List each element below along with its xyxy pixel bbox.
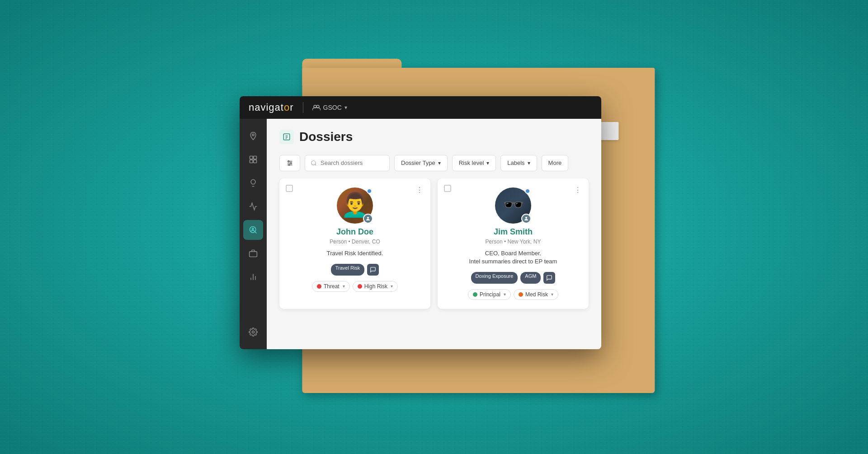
search-input[interactable] (321, 159, 384, 166)
card-tags-jim-smith: Doxing Exposure AGM (471, 272, 556, 284)
svg-point-25 (311, 160, 316, 164)
card-badges-jim-smith: Principal ▾ Med Risk ▾ (468, 289, 558, 300)
avatar-jim-smith (495, 187, 531, 224)
tag-travel-risk: Travel Risk (331, 264, 365, 276)
people-icon (312, 104, 321, 111)
location-icon (249, 131, 258, 140)
workspace-chevron-icon: ▾ (344, 104, 347, 111)
svg-rect-3 (250, 156, 253, 159)
risk-label: High Risk (364, 283, 387, 290)
chart-icon (249, 202, 258, 211)
svg-point-22 (288, 160, 289, 162)
main-layout: Dossiers (240, 119, 601, 349)
more-filter-button[interactable]: More (542, 155, 569, 171)
page-title: Dossiers (299, 130, 353, 144)
svg-line-8 (255, 231, 257, 233)
card-meta-jim-smith: Person • New York, NY (486, 239, 541, 245)
tag-agm: AGM (520, 272, 541, 284)
sidebar-item-settings[interactable] (243, 322, 263, 342)
threat-badge-john-doe[interactable]: Threat ▾ (312, 281, 350, 292)
card-menu-button-jim-smith[interactable]: ⋮ (572, 184, 583, 196)
dossiers-title-icon (283, 133, 291, 141)
principal-label: Principal (480, 291, 500, 298)
card-tags-john-doe: Travel Risk (331, 264, 379, 276)
dossier-card-john-doe[interactable]: ⋮ John Doe Person • Denver, CO (279, 178, 430, 309)
logo-dot: o (284, 102, 290, 113)
risk-chevron-icon: ▾ (391, 284, 393, 289)
online-badge-john-doe (367, 188, 372, 194)
card-name-john-doe: John Doe (336, 227, 373, 237)
avatar-john-doe (337, 187, 373, 224)
sidebar-item-dossiers[interactable] (243, 220, 263, 240)
tag-message-icon-john-doe[interactable] (367, 264, 379, 276)
threat-chevron-icon: ▾ (343, 284, 345, 289)
card-description-john-doe: Travel Risk Identified. (327, 249, 383, 257)
med-risk-chevron-icon: ▾ (551, 292, 553, 297)
svg-rect-4 (254, 156, 257, 159)
card-checkbox-john-doe[interactable] (286, 185, 293, 192)
person-type-badge-jim-smith (521, 214, 531, 224)
risk-level-filter[interactable]: Risk level (452, 155, 496, 171)
card-menu-button-john-doe[interactable]: ⋮ (414, 184, 425, 196)
sidebar-item-dashboard[interactable] (243, 150, 263, 169)
dossiers-header-icon (279, 130, 294, 144)
dossier-type-filter[interactable]: Dossier Type (394, 155, 448, 171)
workspace-label: GSOC (323, 104, 342, 111)
content-area: Dossiers (267, 119, 601, 349)
dashboard-icon (249, 155, 258, 164)
person-icon-2 (524, 216, 529, 221)
sidebar-item-analytics[interactable] (243, 197, 263, 216)
med-risk-label: Med Risk (525, 291, 548, 298)
risk-level-chevron-icon (486, 159, 489, 166)
dossiers-icon (249, 225, 258, 234)
app-logo: navigator (249, 102, 294, 113)
navbar: navigator GSOC ▾ (240, 96, 601, 119)
online-badge-jim-smith (525, 188, 530, 194)
search-wrapper[interactable] (305, 155, 390, 171)
nav-divider (303, 102, 303, 113)
svg-rect-10 (250, 251, 257, 257)
med-risk-dot-icon (519, 292, 523, 297)
svg-point-27 (367, 217, 369, 219)
search-icon (311, 160, 317, 166)
principal-dot-icon (473, 292, 477, 297)
tag-message-icon-jim-smith[interactable] (543, 272, 555, 284)
tag-doxing-exposure: Doxing Exposure (471, 272, 518, 284)
principal-chevron-icon: ▾ (504, 292, 506, 297)
svg-point-23 (290, 162, 292, 164)
principal-badge-jim-smith[interactable]: Principal ▾ (468, 289, 511, 300)
risk-dot-icon (358, 284, 362, 289)
med-risk-badge-jim-smith[interactable]: Med Risk ▾ (514, 289, 558, 300)
page-header: Dossiers (267, 119, 601, 151)
card-meta-john-doe: Person • Denver, CO (330, 239, 380, 245)
sidebar-item-alerts[interactable] (243, 173, 263, 193)
lightbulb-icon (249, 178, 258, 187)
svg-point-24 (288, 164, 290, 165)
app-window: navigator GSOC ▾ (240, 96, 601, 349)
message-icon (370, 267, 376, 273)
risk-badge-john-doe[interactable]: High Risk ▾ (353, 281, 398, 292)
sidebar-item-cases[interactable] (243, 243, 263, 263)
labels-filter[interactable]: Labels (500, 155, 537, 171)
person-icon (365, 216, 371, 221)
card-description-jim-smith: CEO, Board Member.Intel summaries direct… (469, 249, 557, 266)
svg-rect-6 (254, 159, 257, 163)
sidebar-item-reports[interactable] (243, 267, 263, 287)
message-icon-2 (546, 275, 552, 281)
svg-point-14 (252, 331, 255, 333)
filters-bar: Dossier Type Risk level Labels More (267, 151, 601, 178)
threat-dot-icon (317, 284, 321, 289)
threat-label: Threat (324, 283, 340, 290)
sidebar-item-location[interactable] (243, 126, 263, 146)
settings-icon (249, 328, 258, 337)
svg-point-28 (525, 217, 527, 219)
adjust-filter-button[interactable] (279, 155, 300, 171)
briefcase-icon (249, 249, 258, 258)
workspace-selector[interactable]: GSOC ▾ (312, 104, 347, 111)
svg-line-26 (315, 164, 316, 165)
dossiers-grid: ⋮ John Doe Person • Denver, CO (267, 178, 601, 318)
card-checkbox-jim-smith[interactable] (444, 185, 451, 192)
sliders-icon (286, 159, 293, 167)
sidebar (240, 119, 267, 349)
dossier-card-jim-smith[interactable]: ⋮ Jim Smith Person • New York, NY (438, 178, 589, 309)
